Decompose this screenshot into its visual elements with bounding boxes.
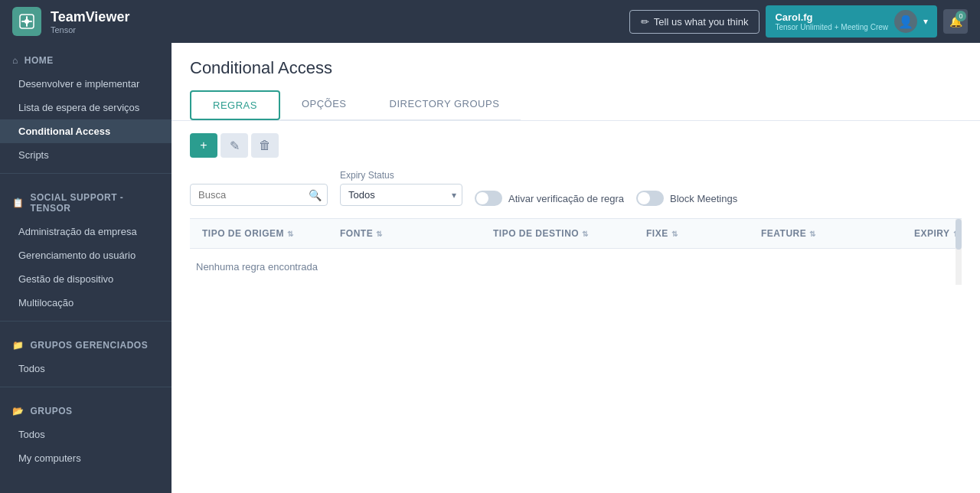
sort-icon-tipo-origem[interactable]: ⇅: [287, 230, 294, 238]
toolbar: + ✎ 🗑: [190, 133, 962, 158]
svg-point-1: [24, 19, 29, 24]
toggle-verificacao-label: Ativar verificação de regra: [508, 193, 624, 204]
managed-groups-icon: 📁: [12, 340, 24, 351]
table-empty-message: Nenhuma regra encontrada: [190, 249, 962, 285]
toggle-meetings-group: Block Meetings: [636, 191, 737, 206]
content-area: Conditional Access REGRAS OPÇÕES DIRECTO…: [172, 43, 980, 493]
logo-icon: [12, 7, 41, 36]
sidebar-my-computers-label: My computers: [18, 452, 81, 464]
toggle-meetings-knob: [638, 192, 650, 204]
col-fonte: FONTE ⇅: [334, 219, 487, 248]
grupos-icon: 📂: [12, 406, 24, 416]
sidebar-device-mgmt-label: Gestão de dispositivo: [18, 273, 113, 285]
sidebar-item-multi-location[interactable]: Multilocação: [0, 291, 172, 315]
sidebar-multi-location-label: Multilocação: [18, 297, 74, 309]
rules-table: TIPO DE ORIGEM ⇅ FONTE ⇅ TIPO DE DESTINO…: [190, 218, 962, 285]
sidebar-item-device-mgmt[interactable]: Gestão de dispositivo: [0, 267, 172, 291]
notification-button[interactable]: 🔔 0: [943, 9, 968, 34]
edit-icon: ✎: [230, 139, 240, 153]
sidebar-user-mgmt-label: Gerenciamento do usuário: [18, 250, 136, 261]
sidebar-item-conditional-access[interactable]: Conditional Access: [0, 119, 172, 143]
sidebar-divider-3: [0, 387, 172, 387]
sidebar-home-label: HOME: [24, 55, 54, 66]
sidebar-divider-2: [0, 321, 172, 322]
tab-directory-groups[interactable]: DIRECTORY GROUPS: [368, 90, 521, 120]
table-header: TIPO DE ORIGEM ⇅ FONTE ⇅ TIPO DE DESTINO…: [190, 219, 962, 249]
brand-name: TeamViewer: [51, 9, 129, 25]
col-feature: FEATURE ⇅: [755, 219, 908, 248]
header-right: ✏ Tell us what you think Carol.fg Tensor…: [629, 5, 968, 38]
toggle-verificacao[interactable]: [475, 191, 502, 206]
sidebar-item-grupos-todos[interactable]: Todos: [0, 423, 172, 446]
col-tipo-destino: TIPO DE DESTINO ⇅: [487, 219, 640, 248]
search-input[interactable]: [190, 184, 328, 206]
user-name: Carol.fg: [775, 11, 888, 23]
social-icon: 📋: [12, 198, 24, 208]
sidebar-develop-label: Desenvolver e implementar: [18, 78, 139, 90]
sort-icon-tipo-destino[interactable]: ⇅: [582, 230, 589, 238]
pencil-icon: ✏: [641, 16, 649, 28]
sidebar-item-develop[interactable]: Desenvolver e implementar: [0, 72, 172, 96]
plus-icon: +: [200, 139, 207, 152]
toggle-meetings[interactable]: [636, 191, 664, 206]
expiry-select-wrap: Todos Expirado Ativo ▾: [340, 184, 462, 206]
brand-sub: Tensor: [51, 25, 129, 34]
sidebar-admin-label: Administração da empresa: [18, 226, 137, 237]
app-header: TeamViewer Tensor ✏ Tell us what you thi…: [0, 0, 980, 43]
sidebar-item-managed-todos[interactable]: Todos: [0, 357, 172, 380]
delete-rule-button[interactable]: 🗑: [251, 133, 279, 158]
trash-icon: 🗑: [259, 139, 271, 152]
col-fixe: FIXE ⇅: [640, 219, 755, 248]
chevron-down-icon: ▾: [923, 16, 928, 27]
scroll-track: [956, 219, 962, 285]
tab-regras[interactable]: REGRAS: [190, 90, 280, 120]
col-tipo-origem: TIPO DE ORIGEM ⇅: [196, 219, 334, 248]
logo-text: TeamViewer Tensor: [51, 9, 129, 34]
sidebar-item-scripts[interactable]: Scripts: [0, 143, 172, 167]
sort-icon-fixe[interactable]: ⇅: [671, 230, 678, 238]
sidebar: ⌂ HOME Desenvolver e implementar Lista d…: [0, 43, 172, 493]
sidebar-queue-label: Lista de espera de serviços: [18, 102, 139, 113]
sidebar-home-section: ⌂ HOME: [0, 43, 172, 72]
sidebar-item-queue[interactable]: Lista de espera de serviços: [0, 96, 172, 119]
sort-icon-fonte[interactable]: ⇅: [376, 230, 383, 238]
user-info: Carol.fg Tensor Unlimited + Meeting Crew: [775, 11, 888, 31]
col-expiry: EXPIRY ⇅: [908, 219, 980, 248]
home-icon: ⌂: [12, 55, 18, 66]
sidebar-social-label: SOCIAL SUPPORT - TENSOR: [31, 192, 160, 214]
user-menu-button[interactable]: Carol.fg Tensor Unlimited + Meeting Crew…: [766, 5, 937, 38]
sidebar-managed-groups-section: 📁 GRUPOS GERENCIADOS: [0, 328, 172, 357]
sidebar-grupos-todos-label: Todos: [18, 429, 45, 440]
tab-opcoes[interactable]: OPÇÕES: [280, 90, 368, 120]
content-header: Conditional Access REGRAS OPÇÕES DIRECTO…: [172, 43, 980, 121]
content-body: + ✎ 🗑 🔍 Expiry Status: [172, 121, 980, 493]
sidebar-managed-groups-label: GRUPOS GERENCIADOS: [31, 340, 149, 351]
sidebar-conditional-label: Conditional Access: [18, 126, 110, 137]
tell-us-label: Tell us what you think: [654, 16, 749, 28]
sidebar-grupos-section: 📂 GRUPOS: [0, 393, 172, 423]
tabs: REGRAS OPÇÕES DIRECTORY GROUPS: [190, 90, 962, 120]
page-title: Conditional Access: [190, 58, 962, 78]
notification-badge: 0: [956, 11, 966, 21]
user-avatar: 👤: [894, 10, 917, 33]
search-wrap: 🔍: [190, 184, 328, 206]
header-left: TeamViewer Tensor: [12, 7, 129, 36]
tell-us-button[interactable]: ✏ Tell us what you think: [629, 10, 760, 34]
sort-icon-feature[interactable]: ⇅: [809, 230, 816, 238]
sidebar-scripts-label: Scripts: [18, 149, 49, 161]
toggle-meetings-label: Block Meetings: [670, 193, 737, 204]
expiry-select[interactable]: Todos Expirado Ativo: [340, 184, 462, 206]
search-filter-group: 🔍: [190, 184, 328, 206]
sidebar-divider-1: [0, 173, 172, 174]
search-icon: 🔍: [309, 189, 322, 201]
main-layout: ⌂ HOME Desenvolver e implementar Lista d…: [0, 43, 980, 493]
sidebar-item-my-computers[interactable]: My computers: [0, 446, 172, 470]
sidebar-item-admin[interactable]: Administração da empresa: [0, 220, 172, 243]
scroll-thumb[interactable]: [956, 219, 962, 250]
add-rule-button[interactable]: +: [190, 133, 217, 158]
sidebar-item-user-mgmt[interactable]: Gerenciamento do usuário: [0, 243, 172, 267]
toggle-verificacao-knob: [476, 192, 488, 204]
edit-rule-button[interactable]: ✎: [220, 133, 248, 158]
expiry-label: Expiry Status: [340, 170, 462, 181]
sidebar-grupos-label: GRUPOS: [31, 406, 73, 416]
